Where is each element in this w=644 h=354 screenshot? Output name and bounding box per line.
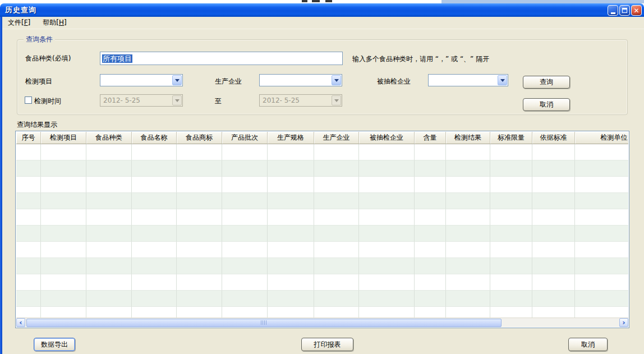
column-header[interactable]: 检测项目: [41, 132, 86, 144]
table-cell: [16, 226, 41, 242]
table-cell: [268, 242, 314, 258]
table-cell: [575, 193, 628, 209]
producer-dropdown-button[interactable]: [332, 75, 341, 85]
footer-cancel-button[interactable]: 取消: [568, 338, 608, 351]
scroll-left-icon: ‹: [19, 318, 22, 327]
table-cell: [177, 242, 222, 258]
table-cell: [314, 177, 359, 193]
table-cell: [446, 209, 490, 226]
table-row: [16, 177, 628, 193]
table-row: [16, 144, 628, 160]
minimize-icon: [611, 12, 615, 14]
table-cell: [41, 193, 86, 209]
column-header[interactable]: 标准限量: [490, 132, 532, 144]
sampled-company-dropdown-button[interactable]: [498, 75, 507, 85]
table-row: [16, 193, 628, 209]
time-checkbox[interactable]: [25, 96, 32, 104]
table-cell: [222, 291, 268, 307]
table-cell: [446, 307, 490, 318]
column-header[interactable]: 生产企业: [314, 132, 359, 144]
test-item-combobox[interactable]: [100, 74, 183, 86]
table-cell: [132, 193, 177, 209]
titlebar[interactable]: 历史查询 ✕: [0, 3, 644, 17]
test-item-label: 检测项目: [25, 77, 52, 86]
column-header[interactable]: 产品批次: [222, 132, 268, 144]
maximize-icon: [622, 8, 627, 13]
column-header[interactable]: 食品名称: [132, 132, 177, 144]
table-row: [16, 274, 628, 291]
table-cell: [177, 226, 222, 242]
table-cell: [222, 160, 268, 177]
results-table: 序号检测项目食品种类食品名称食品商标产品批次生产规格生产企业被抽检企业含量检测结…: [15, 131, 629, 328]
table-cell: [415, 160, 446, 177]
column-header[interactable]: 检测单位: [575, 132, 628, 144]
maximize-button[interactable]: [619, 5, 630, 16]
table-cell: [41, 144, 86, 160]
sampled-company-combobox[interactable]: [428, 74, 508, 86]
menu-help[interactable]: 帮助[H]: [39, 17, 70, 29]
column-header[interactable]: 序号: [16, 132, 41, 144]
table-cell: [490, 160, 532, 177]
table-cell: [532, 209, 575, 226]
table-cell: [314, 307, 359, 318]
scrollbar-track[interactable]: [25, 318, 619, 328]
table-cell: [446, 258, 490, 274]
chevron-down-icon: [334, 99, 339, 102]
table-cell: [222, 258, 268, 274]
column-header[interactable]: 含量: [415, 132, 446, 144]
table-cell: [16, 291, 41, 307]
table-cell: [222, 242, 268, 258]
table-cell: [132, 242, 177, 258]
date-to-value: 2012- 5-25: [263, 96, 300, 104]
table-row: [16, 226, 628, 242]
producer-label: 生产企业: [215, 77, 242, 86]
horizontal-scrollbar[interactable]: ‹ ›: [16, 318, 628, 327]
test-item-dropdown-button[interactable]: [172, 75, 182, 85]
column-header[interactable]: 生产规格: [268, 132, 314, 144]
scroll-right-button[interactable]: ›: [619, 318, 628, 327]
table-cell: [177, 274, 222, 291]
table-row: [16, 209, 628, 226]
menu-file-label: 文件[: [8, 19, 24, 26]
scroll-left-button[interactable]: ‹: [16, 318, 25, 327]
table-cell: [132, 144, 177, 160]
print-report-button[interactable]: 打印报表: [301, 338, 353, 351]
table-cell: [16, 160, 41, 177]
column-header[interactable]: 检测结果: [446, 132, 490, 144]
column-header[interactable]: 食品种类: [86, 132, 132, 144]
column-header[interactable]: 依据标准: [532, 132, 575, 144]
table-cell: [41, 258, 86, 274]
table-cell: [532, 177, 575, 193]
table-cell: [86, 209, 132, 226]
menu-file-accesskey: F: [24, 19, 28, 26]
table-cell: [532, 226, 575, 242]
minimize-button[interactable]: [608, 5, 618, 16]
table-cell: [359, 226, 415, 242]
table-cell: [446, 160, 490, 177]
table-cell: [490, 307, 532, 318]
scrollbar-thumb[interactable]: [26, 319, 502, 327]
menu-file[interactable]: 文件[F]: [4, 17, 34, 29]
query-button[interactable]: 查询: [523, 76, 570, 89]
table-cell: [575, 226, 628, 242]
producer-combobox[interactable]: [259, 74, 342, 86]
table-cell: [132, 307, 177, 318]
table-cell: [532, 291, 575, 307]
table-cell: [415, 144, 446, 160]
table-cell: [532, 258, 575, 274]
column-header[interactable]: 被抽检企业: [359, 132, 415, 144]
food-type-input[interactable]: 所有项目: [100, 52, 343, 65]
data-export-button[interactable]: 数据导出: [34, 338, 75, 351]
table-cell: [532, 160, 575, 177]
column-header[interactable]: 食品商标: [177, 132, 222, 144]
table-cell: [575, 144, 628, 160]
table-cell: [268, 144, 314, 160]
table-cell: [41, 226, 86, 242]
table-cell: [41, 274, 86, 291]
query-cancel-button[interactable]: 取消: [523, 98, 570, 111]
table-cell: [86, 226, 132, 242]
close-button[interactable]: ✕: [631, 5, 642, 16]
table-cell: [41, 160, 86, 177]
date-from-dropdown-button: [172, 95, 182, 105]
table-row: [16, 307, 628, 318]
